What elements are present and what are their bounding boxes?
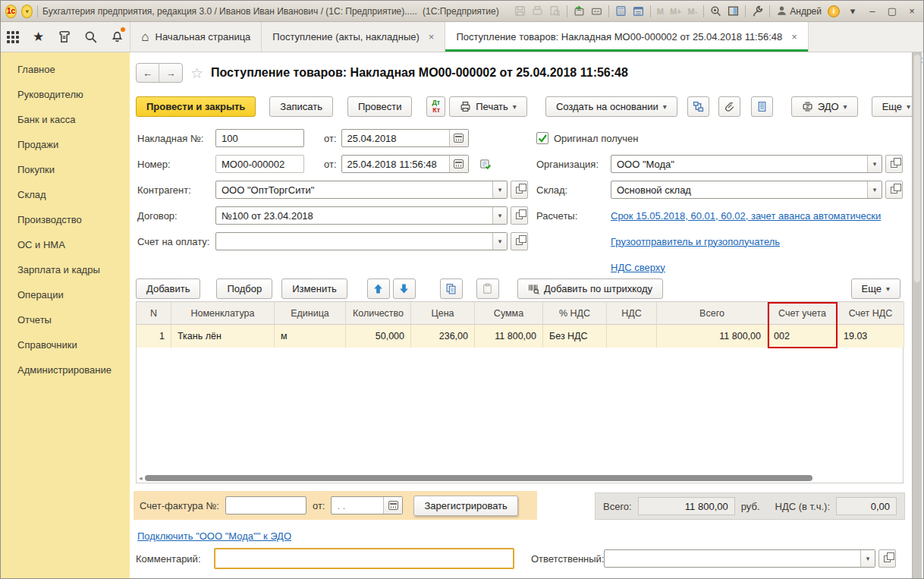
combo-arrow-icon[interactable]: ▾ <box>867 181 882 198</box>
cell-vat-account[interactable]: 19.03 <box>838 325 904 348</box>
open-warehouse-button[interactable] <box>885 181 903 199</box>
combo-arrow-icon[interactable]: ▾ <box>492 181 507 198</box>
close-tab-icon[interactable]: × <box>791 31 797 42</box>
favorites-icon[interactable]: ★ <box>33 29 44 45</box>
invoice-date-input[interactable]: . . <box>331 496 403 514</box>
attachments-button[interactable] <box>718 96 740 117</box>
combo-arrow-icon[interactable]: ▾ <box>492 233 507 250</box>
invoice-no-input[interactable]: 100 <box>215 129 304 147</box>
back-button[interactable]: ← <box>137 64 159 82</box>
cell-n[interactable]: 1 <box>137 325 171 348</box>
sidebar-item-otchety[interactable]: Отчеты <box>1 307 130 332</box>
close-tab-icon[interactable]: × <box>429 31 435 42</box>
open-org-button[interactable] <box>885 155 903 173</box>
number-date-input[interactable]: 25.04.2018 11:56:48 <box>341 155 469 173</box>
forward-button[interactable]: → <box>159 64 182 82</box>
number-input[interactable]: МО00-000002 <box>215 155 304 173</box>
sidebar-item-rukovoditelyu[interactable]: Руководителю <box>1 82 130 107</box>
notifications-button[interactable] <box>111 30 124 45</box>
cell-sum[interactable]: 11 800,00 <box>475 325 543 348</box>
write-button[interactable]: Записать <box>269 96 333 117</box>
copy-rows-button[interactable] <box>440 278 463 299</box>
calendar-picker-button[interactable] <box>449 156 468 172</box>
vertical-scrollbar[interactable] <box>912 52 922 578</box>
table-row[interactable]: 1 Ткань лён м 50,000 236,00 11 800,00 Бе… <box>137 325 903 348</box>
main-menu-button[interactable]: ▾ <box>21 5 33 18</box>
sections-menu-icon[interactable] <box>7 31 19 43</box>
combo-arrow-icon[interactable]: ▾ <box>860 550 875 567</box>
change-button[interactable]: Изменить <box>281 278 347 299</box>
invoice-number-input[interactable] <box>225 496 306 514</box>
cell-account[interactable]: 002 <box>768 325 838 348</box>
col-header-sum[interactable]: Сумма <box>475 302 543 325</box>
responsible-combo[interactable]: ▾ <box>604 549 875 568</box>
org-combo[interactable]: ООО "Мода" ▾ <box>611 155 882 173</box>
move-down-button[interactable] <box>393 278 416 299</box>
scrollbar-thumb[interactable] <box>914 55 920 282</box>
sidebar-item-operacii[interactable]: Операции <box>1 282 130 307</box>
scrollbar-thumb[interactable] <box>145 475 812 481</box>
post-and-close-button[interactable]: Провести и закрыть <box>136 96 256 117</box>
sidebar-item-glavnoe[interactable]: Главное <box>1 57 130 82</box>
tab-home[interactable]: ⌂ Начальная страница <box>130 22 262 52</box>
cell-price[interactable]: 236,00 <box>411 325 475 348</box>
col-header-qty[interactable]: Количество <box>346 302 411 325</box>
create-on-base-button[interactable]: Создать на основании▾ <box>545 96 677 117</box>
invoice-date-input[interactable]: 25.04.2018 <box>341 129 469 147</box>
split-view-icon[interactable] <box>728 5 739 17</box>
col-header-account[interactable]: Счет учета <box>768 302 838 325</box>
scroll-left-icon[interactable]: ◂ <box>139 474 143 482</box>
horizontal-scrollbar[interactable]: ◂ <box>137 473 903 483</box>
search-icon[interactable] <box>84 30 97 43</box>
pick-button[interactable]: Подбор <box>216 278 272 299</box>
sidebar-item-pokupki[interactable]: Покупки <box>1 157 130 182</box>
document-check-icon[interactable] <box>479 158 492 170</box>
post-button[interactable]: Провести <box>347 96 413 117</box>
col-header-price[interactable]: Цена <box>411 302 475 325</box>
sidebar-item-zarplata[interactable]: Зарплата и кадры <box>1 257 130 282</box>
open-contragent-button[interactable] <box>511 181 528 199</box>
settlements-link[interactable]: Срок 15.05.2018, 60.01, 60.02, зачет ава… <box>611 210 881 222</box>
col-header-unit[interactable]: Единица <box>275 302 346 325</box>
move-up-button[interactable] <box>367 278 390 299</box>
reports-button[interactable] <box>751 96 773 117</box>
comment-input[interactable] <box>214 548 514 569</box>
sidebar-item-proizvodstvo[interactable]: Производство <box>1 207 130 232</box>
open-bill-button[interactable] <box>511 232 528 250</box>
add-row-button[interactable]: Добавить <box>136 278 200 299</box>
calculator-icon[interactable] <box>615 5 627 17</box>
tab-receipts-list[interactable]: Поступление (акты, накладные) × <box>262 22 445 52</box>
shipper-consignee-link[interactable]: Грузоотправитель и грузополучатель <box>611 236 780 247</box>
add-by-barcode-button[interactable]: Добавить по штрихкоду <box>517 278 663 299</box>
related-documents-button[interactable] <box>687 96 709 117</box>
edo-button[interactable]: ЭДО▾ <box>791 96 858 117</box>
current-user[interactable]: Андрей <box>776 5 822 17</box>
dt-kt-button[interactable]: Дт Кт <box>426 96 445 117</box>
cell-unit[interactable]: м <box>275 325 346 348</box>
vat-mode-link[interactable]: НДС сверху <box>611 262 665 273</box>
cell-qty[interactable]: 50,000 <box>346 325 411 348</box>
close-window-button[interactable]: × <box>905 5 919 17</box>
combo-arrow-icon[interactable]: ▾ <box>492 207 507 224</box>
favorite-star-icon[interactable]: ☆ <box>190 65 203 82</box>
get-link-icon[interactable] <box>574 5 585 17</box>
connect-edo-link[interactable]: Подключить "ООО "Мода"" к ЭДО <box>137 530 291 542</box>
bill-combo[interactable]: ▾ <box>215 232 508 250</box>
sidebar-item-spravochniki[interactable]: Справочники <box>1 332 130 357</box>
cell-vat-pct[interactable]: Без НДС <box>543 325 607 348</box>
info-icon[interactable]: i <box>828 5 840 17</box>
history-icon[interactable] <box>58 30 71 43</box>
cell-nomenclature[interactable]: Ткань лён <box>171 325 275 348</box>
open-responsible-button[interactable] <box>878 549 896 568</box>
calendar-picker-button[interactable] <box>449 130 468 146</box>
calendar-icon[interactable] <box>633 5 644 17</box>
sidebar-item-sklad[interactable]: Склад <box>1 182 130 207</box>
col-header-total[interactable]: Всего <box>657 302 768 325</box>
table-more-button[interactable]: Еще▾ <box>851 278 900 299</box>
col-header-vat-account[interactable]: Счет НДС <box>838 302 904 325</box>
sidebar-item-administrirovanie[interactable]: Администрирование <box>1 357 130 382</box>
warehouse-combo[interactable]: Основной склад ▾ <box>611 181 882 199</box>
print-button[interactable]: Печать▾ <box>449 96 527 117</box>
service-wrench-icon[interactable] <box>752 5 763 17</box>
open-contract-button[interactable] <box>511 206 528 225</box>
